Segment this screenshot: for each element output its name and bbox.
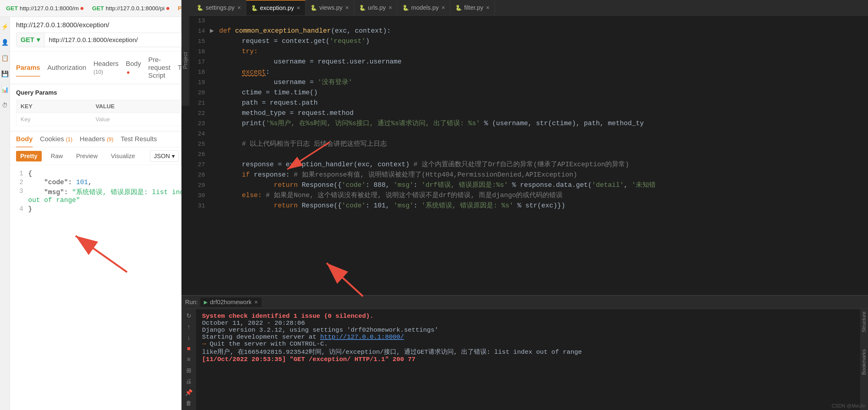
method-selector[interactable]: GET ▾ xyxy=(16,33,44,47)
filter-py-icon: 🐍 xyxy=(455,4,462,11)
right-side-panel: Structure Bookmarks xyxy=(860,309,868,410)
tab-urls-py[interactable]: 🐍 urls.py ✕ xyxy=(354,0,397,15)
urls-py-label: urls.py xyxy=(368,4,386,11)
body-tab-body[interactable]: Body xyxy=(16,131,33,147)
format-row: Pretty Raw Preview Visualize JSON ▾ ☰ xyxy=(10,147,199,165)
method-label-3: POST xyxy=(178,5,181,12)
request-tab-2[interactable]: GET http://127.0.0.1:8000/pi xyxy=(88,3,173,13)
up-icon[interactable]: ↑ xyxy=(184,322,193,331)
format-visualize[interactable]: Visualize xyxy=(107,151,140,161)
editor-line-16: 16 try: xyxy=(192,46,868,57)
terminal-line-4: Starting development server at http://12… xyxy=(202,334,854,341)
settings-py-label: settings.py xyxy=(206,4,235,11)
body-tab-test-results[interactable]: Test Results xyxy=(121,131,157,147)
url-input[interactable] xyxy=(44,33,193,46)
settings-py-icon: 🐍 xyxy=(196,4,203,11)
bookmarks-label[interactable]: Bookmarks xyxy=(861,349,867,375)
editor-line-18: 18 except: xyxy=(192,67,868,77)
tab-settings-py[interactable]: 🐍 settings.py ✕ xyxy=(192,0,246,15)
format-pretty[interactable]: Pretty xyxy=(16,151,42,161)
nav-icon-3[interactable]: 📋 xyxy=(0,53,10,63)
filter-close-icon[interactable]: ✕ xyxy=(486,5,490,10)
params-table: KEY VALUE Key Value xyxy=(16,100,193,126)
editor-line-21: 21 path = request.path xyxy=(192,98,868,108)
rerun-icon[interactable]: ↻ xyxy=(184,311,193,320)
value-cell[interactable]: Value xyxy=(91,113,193,126)
terminal-panel: Run: ▶ drf02homework ✕ ↻ ↑ ↓ ■ ≡ ⊞ 🖨 📌 🗑… xyxy=(182,295,868,410)
url-input-row: GET ▾ xyxy=(16,33,193,47)
body-tab-headers[interactable]: Headers (9) xyxy=(80,131,114,147)
models-close-icon[interactable]: ✕ xyxy=(441,5,445,10)
nav-icon-1[interactable]: ⚡ xyxy=(0,22,10,31)
tab-models-py[interactable]: 🐍 models.py ✕ xyxy=(397,0,450,15)
tab-views-py[interactable]: 🐍 views.py ✕ xyxy=(306,0,354,15)
dot-2 xyxy=(166,7,169,10)
align-icon[interactable]: ≡ xyxy=(184,355,193,364)
format-raw[interactable]: Raw xyxy=(46,151,67,161)
exception-close-icon[interactable]: ✕ xyxy=(297,5,300,11)
format-preview[interactable]: Preview xyxy=(72,151,102,161)
exception-py-label: exception.py xyxy=(260,4,294,11)
terminal-line-3: Django version 3.2.12, using settings 'd… xyxy=(202,326,854,334)
url-display: http://127.0.0.1:8000/exception/ xyxy=(16,21,193,29)
tab-filter-py[interactable]: 🐍 filter.py ✕ xyxy=(450,0,495,15)
urls-close-icon[interactable]: ✕ xyxy=(388,5,392,10)
col-value-header: VALUE xyxy=(91,100,193,113)
table-row: Key Value xyxy=(16,113,193,126)
terminal-close-icon[interactable]: ✕ xyxy=(254,299,258,305)
postman-main: ⚡ 👤 📋 💾 📊 ⏱ http://127.0.0.1:8000/except… xyxy=(0,17,181,410)
nav-icon-2[interactable]: 👤 xyxy=(0,37,10,47)
request-tab-1[interactable]: GET http://127.0.0.1:8000/m xyxy=(2,3,87,13)
trash-icon[interactable]: 🗑 xyxy=(184,399,193,408)
settings-close-icon[interactable]: ✕ xyxy=(237,5,241,10)
pycharm-panel: Project 🐍 settings.py ✕ 🐍 exception.py ✕… xyxy=(182,0,868,410)
tab-authorization[interactable]: Authorization xyxy=(48,60,86,76)
code-line-3: 3 "msg": "系统错误, 错误原因是: list index out of… xyxy=(16,187,193,204)
tab-exception-py[interactable]: 🐍 exception.py ✕ xyxy=(246,0,306,15)
down-icon[interactable]: ↓ xyxy=(184,333,193,342)
tab-params[interactable]: Params xyxy=(16,60,40,76)
chevron-down-icon: ▾ xyxy=(37,36,40,44)
nav-icon-4[interactable]: 💾 xyxy=(0,69,10,78)
structure-label[interactable]: Structure xyxy=(861,311,867,332)
tab-body[interactable]: Body xyxy=(126,56,141,81)
terminal-tab-drf02homework[interactable]: ▶ drf02homework ✕ xyxy=(200,297,261,307)
chevron-down-icon: ▾ xyxy=(172,152,175,160)
editor-line-15: 15 request = context.get('request') xyxy=(192,36,868,46)
json-format-select[interactable]: JSON ▾ xyxy=(150,150,179,162)
code-line-1: 1 { xyxy=(16,170,193,178)
editor-tabs: 🐍 settings.py ✕ 🐍 exception.py ✕ 🐍 views… xyxy=(182,0,868,16)
body-tabs-row: Body Cookies (1) Headers (9) Test Result… xyxy=(10,131,199,147)
watermark: CSDN @MeiJin xyxy=(832,403,866,409)
method-label-2: GET xyxy=(92,5,104,12)
exception-py-icon: 🐍 xyxy=(251,5,258,11)
nav-icon-5[interactable]: 📊 xyxy=(0,85,10,94)
views-close-icon[interactable]: ✕ xyxy=(345,5,349,10)
terminal-line-2: October 11, 2022 - 20:28:06 xyxy=(202,320,854,326)
urls-py-icon: 🐍 xyxy=(359,4,366,11)
server-link[interactable]: http://127.0.0.1:8000/ xyxy=(320,334,404,341)
dot-1 xyxy=(81,7,84,10)
editor-line-13: 13 xyxy=(192,16,868,26)
tab-pre-request[interactable]: Pre-request Script xyxy=(148,52,170,84)
sidebar-icons: ⚡ 👤 📋 💾 📊 ⏱ xyxy=(0,17,10,410)
editor-line-25: 25 # 以上代码相当于日志 后续会讲把这些写上日志 xyxy=(192,139,868,149)
pin-icon[interactable]: 📌 xyxy=(184,388,193,397)
url-bar-section: http://127.0.0.1:8000/exception/ GET ▾ xyxy=(10,17,199,52)
terminal-tabs: Run: ▶ drf02homework ✕ xyxy=(182,296,868,309)
arrow-icon: → xyxy=(202,341,206,347)
terminal-line-1: System check identified 1 issue (0 silen… xyxy=(202,313,854,320)
body-tab-cookies[interactable]: Cookies (1) xyxy=(40,131,72,147)
stop-icon[interactable]: ■ xyxy=(184,344,193,353)
editor-line-22: 22 method_type = request.method xyxy=(192,108,868,119)
key-cell[interactable]: Key xyxy=(16,113,92,126)
request-tab-3[interactable]: POST http://127.0.0.1:8000/ xyxy=(174,3,181,13)
print-icon[interactable]: 🖨 xyxy=(184,377,193,385)
editor-line-20: 20 ctime = time.time() xyxy=(192,88,868,98)
nav-icon-6[interactable]: ⏱ xyxy=(0,100,10,110)
models-py-icon: 🐍 xyxy=(402,4,409,11)
list-icon[interactable]: ⊞ xyxy=(184,366,193,375)
tab-headers[interactable]: Headers (10) xyxy=(93,56,119,81)
query-params-title: Query Params xyxy=(16,89,193,96)
project-label: Project xyxy=(182,52,189,69)
